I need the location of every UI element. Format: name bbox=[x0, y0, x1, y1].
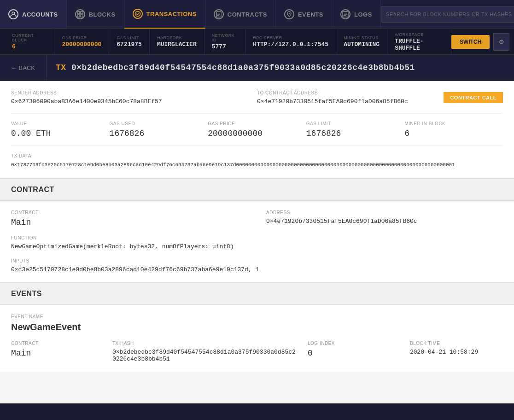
current-block-label: CURRENT BLOCK bbox=[12, 33, 47, 42]
status-bar: CURRENT BLOCK 6 GAS PRICE 20000000000 GA… bbox=[0, 29, 514, 55]
to-value: 0×4e71920b7330515faf5EA0c690f1aD06a85fB6… bbox=[257, 98, 436, 105]
rpc-server-label: RPC SERVER bbox=[253, 35, 328, 40]
tx-hash-value: 0×b2debedbc3f89d40f54547554c88d1a0a375f9… bbox=[71, 63, 415, 72]
rpc-server-value: HTTP://127.0.0.1:7545 bbox=[253, 41, 328, 48]
gas-price-status: GAS PRICE 20000000000 bbox=[54, 29, 109, 54]
event-block-time-value: 2020-04-21 10:58:29 bbox=[410, 349, 503, 356]
contract-name-block: CONTRACT Main bbox=[11, 210, 248, 227]
contract-section-header: CONTRACT bbox=[0, 179, 514, 201]
tx-details: SENDER ADDRESS 0×627306090abaB3A6e1400e9… bbox=[0, 81, 514, 179]
contract-address-block: ADDRESS 0×4e71920b7330515faf5EA0c690f1aD… bbox=[266, 210, 503, 227]
gas-price-value: 20000000000 bbox=[62, 41, 101, 48]
contracts-icon bbox=[214, 9, 224, 19]
event-log-index-block: LOG INDEX 0 bbox=[308, 341, 401, 358]
nav-contracts[interactable]: CONTRACTS bbox=[205, 0, 276, 29]
network-id-status: NETWORK ID 5777 bbox=[204, 29, 246, 54]
contract-name-value: Main bbox=[11, 218, 248, 227]
value-block: VALUE 0.00 ETH bbox=[11, 121, 110, 138]
tx-gas-price-label: GAS PRICE bbox=[208, 121, 297, 126]
logs-icon bbox=[340, 9, 350, 19]
contract-details: CONTRACT Main ADDRESS 0×4e71920b7330515f… bbox=[0, 201, 514, 283]
value-label: VALUE bbox=[11, 121, 100, 126]
event-name-value: NewGameEvent bbox=[11, 322, 503, 332]
nav-events[interactable]: EVENTS bbox=[276, 0, 332, 29]
gear-icon: ⚙ bbox=[499, 37, 504, 47]
nav-blocks[interactable]: BLOCKS bbox=[67, 0, 124, 29]
mining-status-status: MINING STATUS AUTOMINING bbox=[336, 29, 387, 54]
nav-events-label: EVENTS bbox=[298, 11, 323, 18]
inputs-label: INPUTS bbox=[11, 258, 503, 263]
contract-address-value: 0×4e71920b7330515faf5EA0c690f1aD06a85fB6… bbox=[266, 218, 503, 225]
switch-button[interactable]: SWITCH bbox=[451, 35, 490, 49]
accounts-icon bbox=[8, 9, 18, 19]
mined-in-block-value: 6 bbox=[404, 129, 494, 138]
mining-status-label: MINING STATUS bbox=[344, 35, 380, 40]
to-label: TO CONTRACT ADDRESS bbox=[257, 90, 436, 95]
event-meta-row: CONTRACT Main TX HASH 0×b2debedbc3f89d40… bbox=[11, 341, 503, 362]
nav-accounts-label: ACCOUNTS bbox=[22, 11, 58, 18]
hardfork-status: HARDFORK MUIRGLACIER bbox=[150, 29, 204, 54]
event-tx-hash-block: TX HASH 0×b2debedbc3f89d40f54547554c88d1… bbox=[112, 341, 298, 362]
search-bar[interactable] bbox=[381, 6, 514, 23]
main-content: SENDER ADDRESS 0×627306090abaB3A6e1400e9… bbox=[0, 81, 514, 403]
tx-gas-limit-label: GAS LIMIT bbox=[306, 121, 396, 126]
nav-contracts-label: CONTRACTS bbox=[228, 11, 267, 18]
svg-rect-4 bbox=[81, 15, 83, 17]
back-button[interactable]: ← BACK bbox=[0, 55, 47, 81]
tx-gas-limit-block: GAS LIMIT 1676826 bbox=[306, 121, 405, 138]
tx-data-label: TX DATA bbox=[11, 153, 503, 158]
events-section: EVENT NAME NewGameEvent CONTRACT Main TX… bbox=[0, 305, 514, 372]
event-tx-hash-label: TX HASH bbox=[112, 341, 298, 346]
network-id-value: 5777 bbox=[212, 43, 238, 50]
gas-limit-value: 6721975 bbox=[117, 41, 142, 48]
event-block-time-label: BLOCK TIME bbox=[410, 341, 503, 346]
back-bar: ← BACK TX 0×b2debedbc3f89d40f54547554c88… bbox=[0, 55, 514, 81]
svg-point-10 bbox=[289, 13, 290, 14]
sender-label: SENDER ADDRESS bbox=[11, 90, 257, 95]
mined-in-block-label: MINED IN BLOCK bbox=[404, 121, 494, 126]
back-label: ← BACK bbox=[11, 64, 35, 71]
search-input[interactable] bbox=[386, 12, 514, 17]
event-block-time-block: BLOCK TIME 2020-04-21 10:58:29 bbox=[410, 341, 503, 356]
contract-name-label: CONTRACT bbox=[11, 210, 248, 215]
svg-rect-2 bbox=[81, 12, 83, 14]
current-block-status: CURRENT BLOCK 6 bbox=[5, 29, 54, 54]
contract-name-address-row: CONTRACT Main ADDRESS 0×4e71920b7330515f… bbox=[11, 210, 503, 227]
inputs-block: INPUTS 0×c3e25c5170728c1e9d0be8b03a2896c… bbox=[11, 258, 503, 273]
tx-gas-price-value: 20000000000 bbox=[208, 129, 297, 138]
current-block-value: 6 bbox=[12, 43, 47, 50]
nav-transactions-label: TRANSACTIONS bbox=[146, 11, 197, 18]
event-log-index-label: LOG INDEX bbox=[308, 341, 401, 346]
gas-used-block: GAS USED 1676826 bbox=[110, 121, 208, 138]
tx-prefix: TX bbox=[56, 63, 66, 72]
tx-hash-display: TX 0×b2debedbc3f89d40f54547554c88d1a0a37… bbox=[47, 63, 424, 72]
hardfork-label: HARDFORK bbox=[157, 35, 197, 40]
events-section-header: EVENTS bbox=[0, 283, 514, 305]
event-contract-label: CONTRACT bbox=[11, 341, 103, 346]
network-id-label: NETWORK ID bbox=[212, 33, 238, 42]
nav-transactions[interactable]: TRANSACTIONS bbox=[124, 0, 205, 29]
tx-gas-price-block: GAS PRICE 20000000000 bbox=[208, 121, 306, 138]
event-tx-hash-value: 0×b2debedbc3f89d40f54547554c88d1a0a375f9… bbox=[112, 349, 298, 362]
top-nav: ACCOUNTS BLOCKS TRANSACTIONS bbox=[0, 0, 514, 29]
to-block: TO CONTRACT ADDRESS 0×4e71920b7330515faf… bbox=[257, 90, 436, 105]
sender-block: SENDER ADDRESS 0×627306090abaB3A6e1400e9… bbox=[11, 90, 257, 105]
contract-section-title: CONTRACT bbox=[11, 186, 54, 193]
nav-blocks-label: BLOCKS bbox=[89, 11, 116, 18]
gas-limit-status: GAS LIMIT 6721975 bbox=[109, 29, 150, 54]
events-section-title: EVENTS bbox=[11, 290, 42, 298]
sender-value: 0×627306090abaB3A6e1400e9345bC60c78a8BEf… bbox=[11, 98, 257, 105]
nav-logs[interactable]: LOGS bbox=[332, 0, 381, 29]
event-contract-value: Main bbox=[11, 349, 103, 358]
nav-accounts[interactable]: ACCOUNTS bbox=[0, 0, 67, 29]
function-block: FUNCTION NewGameOptimizedGame(merkleRoot… bbox=[11, 235, 503, 250]
svg-point-0 bbox=[12, 12, 15, 15]
event-name-label: EVENT NAME bbox=[11, 314, 503, 319]
inputs-value: 0×c3e25c5170728c1e9d0be8b03a2896cad10e42… bbox=[11, 266, 503, 273]
gas-used-value: 1676826 bbox=[110, 129, 199, 138]
function-value: NewGameOptimizedGame(merkleRoot: bytes32… bbox=[11, 243, 503, 250]
contract-call-badge: CONTRACT CALL bbox=[444, 92, 503, 103]
gear-button[interactable]: ⚙ bbox=[493, 33, 509, 51]
hardfork-value: MUIRGLACIER bbox=[157, 41, 197, 48]
gas-limit-label: GAS LIMIT bbox=[117, 35, 142, 40]
